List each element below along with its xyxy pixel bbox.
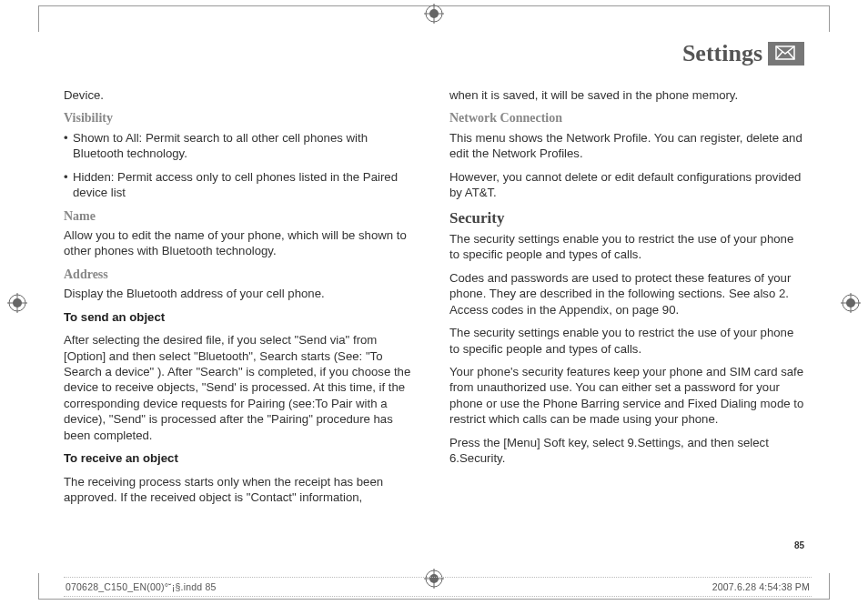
body-text: The receiving process starts only when t… xyxy=(64,474,419,506)
left-column: Device. Visibility Shown to All: Permit … xyxy=(64,87,419,534)
heading-name: Name xyxy=(64,208,419,225)
heading-security: Security xyxy=(449,208,804,228)
body-text: The security settings enable you to rest… xyxy=(449,231,804,263)
subheading-receive-object: To receive an object xyxy=(64,450,419,466)
page-header: Settings xyxy=(64,40,804,73)
envelope-icon xyxy=(775,45,795,60)
registration-mark-icon xyxy=(424,4,444,24)
heading-visibility: Visibility xyxy=(64,110,419,126)
registration-mark-icon xyxy=(841,293,861,313)
heading-address: Address xyxy=(64,267,419,283)
body-text: Press the [Menu] Soft key, select 9.Sett… xyxy=(449,435,804,467)
body-text: This menu shows the Network Profile. You… xyxy=(449,130,804,162)
body-text: After selecting the desired file, if you… xyxy=(64,332,419,443)
print-sheet: Settings Device. Visibility Shown to All… xyxy=(0,0,868,605)
page-title: Settings xyxy=(682,40,762,67)
footer-timestamp: 2007.6.28 4:54:38 PM xyxy=(712,581,810,592)
registration-mark-icon xyxy=(7,293,27,313)
body-text: Display the Bluetooth address of your ce… xyxy=(64,286,419,301)
body-text: Your phone's security features keep your… xyxy=(449,364,804,428)
body-text: Device. xyxy=(64,87,419,103)
heading-network-connection: Network Connection xyxy=(449,110,804,126)
subheading-send-object: To send an object xyxy=(64,309,419,325)
page-number: 85 xyxy=(794,540,804,550)
section-tab xyxy=(768,42,804,66)
body-text: Codes and passwords are used to protect … xyxy=(449,270,804,318)
footer-filename: 070628_C150_EN(00)°˘¡§.indd 85 xyxy=(66,581,216,592)
body-text: Allow you to edit the name of your phone… xyxy=(64,227,419,259)
body-text: when it is saved, it will be saved in th… xyxy=(449,87,804,103)
page-content: Settings Device. Visibility Shown to All… xyxy=(64,40,804,550)
prepress-footer: 070628_C150_EN(00)°˘¡§.indd 85 2007.6.28… xyxy=(64,577,812,597)
bullet-item: Hidden: Permit access only to cell phone… xyxy=(64,169,419,201)
bullet-item: Shown to All: Permit search to all other… xyxy=(64,130,419,162)
two-column-body: Device. Visibility Shown to All: Permit … xyxy=(64,87,804,534)
body-text: The security settings enable you to rest… xyxy=(449,325,804,357)
right-column: when it is saved, it will be saved in th… xyxy=(449,87,804,534)
body-text: However, you cannot delete or edit defau… xyxy=(449,169,804,201)
